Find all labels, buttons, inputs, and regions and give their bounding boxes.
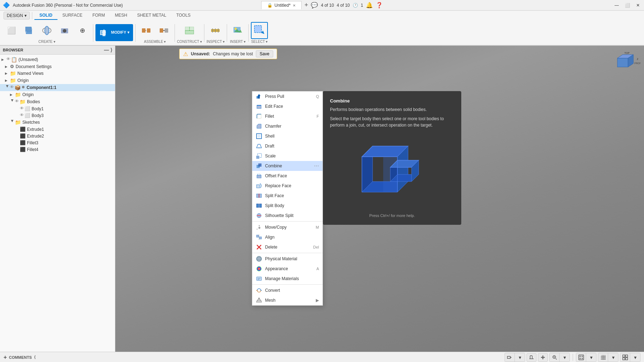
menu-item-align[interactable]: Align xyxy=(252,232,323,242)
grid-dropdown[interactable]: ▾ xyxy=(608,353,618,362)
menu-separator-3 xyxy=(252,284,323,285)
add-tab-button[interactable]: + xyxy=(304,1,308,9)
display-dropdown[interactable]: ▾ xyxy=(586,353,596,362)
select-button[interactable] xyxy=(251,22,268,39)
browser-item-extrude2[interactable]: ▶ ⬛ Extrude2 xyxy=(0,133,115,139)
browser-item-fillet4[interactable]: ▶ ⬛ Fillet4 xyxy=(0,146,115,153)
display-button[interactable] xyxy=(576,353,586,362)
menu-item-manage-materials[interactable]: Manage Materials xyxy=(252,274,323,284)
tab-mesh[interactable]: MESH xyxy=(110,11,132,20)
menu-item-chamfer[interactable]: Chamfer xyxy=(252,121,323,131)
insert-image-button[interactable] xyxy=(229,22,246,39)
browser-collapse-button[interactable]: — xyxy=(104,47,109,53)
tab-tools[interactable]: TOOLS xyxy=(171,11,196,20)
menu-item-fillet[interactable]: Fillet F xyxy=(252,111,323,121)
menu-item-split-face[interactable]: Split Face xyxy=(252,191,323,201)
zoom-button[interactable] xyxy=(550,353,560,362)
menu-item-convert[interactable]: Convert xyxy=(252,285,323,295)
hole-button[interactable] xyxy=(56,22,73,39)
tooltip-panel: Combine Performs boolean operations betw… xyxy=(323,91,461,225)
zoom-dropdown[interactable]: ▾ xyxy=(560,353,569,362)
browser-label-fillet4: Fillet4 xyxy=(27,147,38,152)
origin-icons: 📁 xyxy=(10,78,16,83)
browser-item-origin[interactable]: ▶ 📁 Origin xyxy=(0,77,115,84)
maximize-button[interactable]: ⬜ xyxy=(624,2,631,9)
browser-label-extrude2: Extrude2 xyxy=(27,134,44,139)
menu-label-shell: Shell xyxy=(265,134,316,139)
pan-button[interactable] xyxy=(538,353,548,362)
browser-item-origin-nested[interactable]: ▶ 📁 Origin xyxy=(0,91,115,98)
browser-item-fillet3[interactable]: ▶ ⬛ Fillet3 xyxy=(0,139,115,146)
menu-item-offset-face[interactable]: Offset Face xyxy=(252,171,323,181)
menu-item-replace-face[interactable]: Replace Face xyxy=(252,181,323,191)
browser-item-body1[interactable]: ▶ 👁 ⬜ Body1 xyxy=(0,105,115,112)
ribbon-tab-bar: DESIGN ▾ SOLID SURFACE FORM MESH SHEET M… xyxy=(0,11,644,21)
browser-item-doc-settings[interactable]: ▶ ⚙ Document Settings xyxy=(0,63,115,70)
bodies-icons: 👁 📁 xyxy=(15,99,26,105)
menu-item-silhouette-split[interactable]: Silhouette Split xyxy=(252,211,323,221)
revolve-button[interactable] xyxy=(38,22,55,39)
menu-shortcut-move-copy: M xyxy=(316,225,319,229)
selection-filter-button[interactable] xyxy=(505,353,515,362)
joint-button[interactable] xyxy=(138,22,155,39)
expand-comments-button[interactable]: ⟨ xyxy=(34,355,35,360)
close-button[interactable]: ✕ xyxy=(635,2,641,9)
browser-item-named-views[interactable]: ▶ 📁 Named Views xyxy=(0,70,115,77)
browser-item-bodies[interactable]: ▶ 👁 📁 Bodies xyxy=(0,98,115,105)
menu-item-scale[interactable]: Scale xyxy=(252,151,323,161)
menu-item-mesh[interactable]: Mesh ▶ xyxy=(252,295,323,305)
menu-item-delete[interactable]: Delete Del xyxy=(252,242,323,252)
new-component-button[interactable]: ⬜ xyxy=(3,22,20,39)
offset-plane-button[interactable] xyxy=(181,22,198,39)
save-button[interactable]: Save xyxy=(256,50,273,57)
selection-filter-dropdown[interactable]: ▾ xyxy=(515,353,525,362)
browser-item-unsaved[interactable]: ▶ 👁 📋 (Unsaved) xyxy=(0,56,115,63)
design-dropdown[interactable]: DESIGN ▾ xyxy=(4,12,30,20)
vp-divider-1 xyxy=(573,354,573,361)
browser-item-sketches[interactable]: ▶ 📁 Sketches xyxy=(0,119,115,126)
menu-item-combine[interactable]: Combine ⋯ xyxy=(252,161,323,171)
help-icon[interactable]: ❓ xyxy=(376,2,383,9)
menu-item-press-pull[interactable]: Press Pull Q xyxy=(252,91,323,101)
extrude-button[interactable] xyxy=(21,22,38,39)
component-icon: 📦 xyxy=(15,85,21,90)
menu-item-draft[interactable]: Draft xyxy=(252,141,323,151)
viewport-layout-dropdown[interactable]: ▾ xyxy=(630,353,640,362)
convert-icon xyxy=(256,287,262,294)
menu-item-edit-face[interactable]: Edit Face xyxy=(252,101,323,111)
browser-item-extrude1[interactable]: ▶ ⬛ Extrude1 xyxy=(0,126,115,133)
view-cube[interactable]: TOP Z FRONT xyxy=(612,49,640,71)
split-body-icon xyxy=(256,202,262,209)
tab-close-button[interactable]: ✕ xyxy=(293,4,296,7)
joint-origin-button[interactable] xyxy=(155,22,172,39)
menu-item-move-copy[interactable]: + Move/Copy M xyxy=(252,222,323,232)
orbit-button[interactable] xyxy=(527,353,536,362)
viewport-layout-button[interactable] xyxy=(620,353,630,362)
menu-item-split-body[interactable]: Split Body xyxy=(252,201,323,211)
tab-solid[interactable]: SOLID xyxy=(34,11,57,20)
browser-item-component1[interactable]: ▶ 👁 📦 ⏺ Component1:1 xyxy=(0,84,115,91)
menu-shortcut-press-pull: Q xyxy=(316,94,319,99)
browser-item-body3[interactable]: ▶ 👁 ⬜ Body3 xyxy=(0,112,115,119)
minimize-button[interactable]: — xyxy=(613,2,620,9)
tab-surface[interactable]: SURFACE xyxy=(57,11,88,20)
browser-expand-button[interactable]: ⟩ xyxy=(110,47,112,53)
grid-button[interactable] xyxy=(598,353,608,362)
measure-button[interactable] xyxy=(207,22,224,39)
create-more-button[interactable]: ⊕ xyxy=(74,22,91,39)
modify-active-button[interactable]: MODIFY ▾ xyxy=(95,24,133,41)
browser-title: BROWSER xyxy=(3,48,23,52)
svg-text:+: + xyxy=(256,228,258,230)
browser-label-body1: Body1 xyxy=(32,106,44,111)
menu-item-shell[interactable]: Shell xyxy=(252,131,323,141)
tab-form[interactable]: FORM xyxy=(87,11,110,20)
grid-group: ▾ xyxy=(598,353,618,362)
add-comment-button[interactable]: + xyxy=(4,354,7,361)
title-bar: 🔷 Autodesk Fusion 360 (Personal - Not fo… xyxy=(0,0,644,11)
tab-sheet-metal[interactable]: SHEET METAL xyxy=(132,11,171,20)
new-component-icon: ⬜ xyxy=(7,26,16,35)
tab-title[interactable]: 🔒 Untitled* ✕ xyxy=(261,1,302,9)
viewport-controls: ▾ ▾ xyxy=(505,353,640,362)
menu-item-physical-material[interactable]: Physical Material xyxy=(252,254,323,264)
menu-item-appearance[interactable]: Appearance A xyxy=(252,264,323,274)
